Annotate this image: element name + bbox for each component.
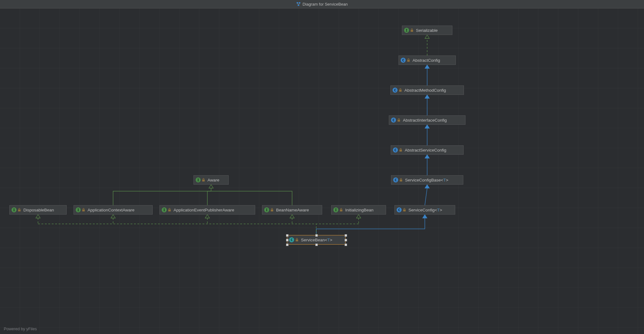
svg-rect-17 bbox=[407, 60, 410, 62]
svg-marker-7 bbox=[425, 155, 429, 158]
svg-marker-3 bbox=[425, 35, 429, 38]
node-serviceBean[interactable]: CServiceBean<T> bbox=[287, 235, 346, 244]
node-label: BeanNameAware bbox=[276, 208, 309, 212]
lock-icon bbox=[168, 208, 171, 212]
svg-marker-14 bbox=[290, 215, 294, 218]
node-label: AbstractConfig bbox=[413, 58, 440, 63]
svg-rect-20 bbox=[399, 150, 402, 152]
page-title: Diagram for ServiceBean bbox=[303, 2, 348, 7]
node-label: ServiceConfig<T> bbox=[408, 208, 442, 212]
class-icon: C bbox=[393, 177, 398, 182]
node-abstractConfig[interactable]: CAbstractConfig bbox=[398, 56, 456, 65]
svg-marker-8 bbox=[425, 185, 429, 188]
lock-icon bbox=[202, 178, 205, 182]
node-applicationEventPublisherAware[interactable]: IApplicationEventPublisherAware bbox=[160, 205, 255, 215]
selection-handle[interactable] bbox=[315, 234, 318, 237]
svg-rect-26 bbox=[271, 210, 273, 211]
class-icon: C bbox=[391, 118, 396, 123]
selection-handle[interactable] bbox=[315, 244, 318, 246]
node-serviceConfigBase[interactable]: CServiceConfigBase<T> bbox=[391, 175, 463, 185]
interface-icon: I bbox=[162, 207, 167, 212]
lock-icon bbox=[397, 118, 400, 122]
node-label: ServiceConfigBase<T> bbox=[405, 178, 448, 182]
svg-rect-22 bbox=[202, 180, 205, 182]
svg-marker-6 bbox=[425, 125, 429, 128]
node-label: ApplicationEventPublisherAware bbox=[174, 208, 234, 212]
interface-icon: I bbox=[12, 207, 17, 212]
node-initializingBean[interactable]: IInitializingBean bbox=[331, 205, 386, 215]
node-label: AbstractMethodConfig bbox=[404, 88, 446, 93]
node-serializable[interactable]: ISerializable bbox=[402, 26, 452, 35]
svg-marker-5 bbox=[425, 95, 429, 98]
lock-icon bbox=[82, 208, 85, 212]
svg-marker-9 bbox=[209, 185, 213, 188]
lock-icon bbox=[410, 28, 413, 32]
selection-handle[interactable] bbox=[286, 239, 289, 241]
node-label: AbstractServiceConfig bbox=[405, 148, 446, 152]
svg-rect-29 bbox=[296, 240, 298, 241]
interface-icon: I bbox=[76, 207, 81, 212]
svg-marker-15 bbox=[356, 215, 361, 218]
svg-rect-0 bbox=[297, 2, 298, 3]
interface-icon: I bbox=[264, 207, 269, 212]
svg-marker-11 bbox=[36, 215, 40, 218]
class-icon: C bbox=[289, 237, 294, 242]
diagram-canvas[interactable]: Powered by yFiles ISerializableCAbstract… bbox=[0, 8, 644, 334]
node-disposableBean[interactable]: IDisposableBean bbox=[9, 205, 67, 215]
node-abstractMethodConfig[interactable]: CAbstractMethodConfig bbox=[390, 85, 464, 95]
interface-icon: I bbox=[333, 207, 338, 212]
node-label: DisposableBean bbox=[23, 208, 54, 212]
selection-handle[interactable] bbox=[286, 244, 289, 246]
lock-icon bbox=[399, 178, 403, 182]
svg-rect-28 bbox=[403, 210, 406, 211]
svg-rect-19 bbox=[398, 120, 400, 122]
diagram-icon bbox=[296, 2, 301, 6]
class-icon: C bbox=[397, 207, 402, 212]
node-label: Aware bbox=[208, 178, 219, 182]
node-label: InitializingBean bbox=[345, 208, 374, 212]
lock-icon bbox=[270, 208, 274, 212]
svg-marker-4 bbox=[425, 65, 429, 68]
svg-rect-21 bbox=[400, 180, 402, 182]
edges-layer bbox=[0, 8, 644, 334]
selection-handle[interactable] bbox=[286, 234, 289, 237]
svg-marker-10 bbox=[423, 215, 427, 218]
node-abstractServiceConfig[interactable]: CAbstractServiceConfig bbox=[391, 145, 464, 155]
interface-icon: I bbox=[404, 28, 409, 33]
selection-handle[interactable] bbox=[345, 234, 347, 237]
node-serviceConfig[interactable]: CServiceConfig<T> bbox=[394, 205, 455, 215]
node-label: ServiceBean<T> bbox=[301, 238, 332, 242]
lock-icon bbox=[403, 208, 406, 212]
lock-icon bbox=[18, 208, 21, 212]
title-bar: Diagram for ServiceBean bbox=[0, 0, 644, 8]
lock-icon bbox=[407, 58, 410, 62]
node-label: ApplicationContextAware bbox=[88, 208, 135, 212]
svg-rect-18 bbox=[399, 90, 402, 92]
svg-rect-25 bbox=[168, 210, 171, 211]
svg-marker-12 bbox=[111, 215, 115, 218]
node-aware[interactable]: IAware bbox=[193, 175, 229, 185]
selection-handle[interactable] bbox=[345, 239, 347, 241]
node-abstractInterfaceConfig[interactable]: CAbstractInterfaceConfig bbox=[389, 115, 465, 125]
powered-by-label: Powered by yFiles bbox=[4, 327, 37, 331]
svg-rect-2 bbox=[298, 5, 299, 6]
svg-rect-27 bbox=[340, 210, 342, 211]
lock-icon bbox=[295, 238, 298, 242]
lock-icon bbox=[399, 148, 402, 152]
svg-rect-23 bbox=[18, 210, 21, 211]
svg-rect-24 bbox=[82, 210, 85, 211]
svg-rect-16 bbox=[411, 30, 413, 32]
node-label: Serializable bbox=[416, 28, 438, 33]
node-label: AbstractInterfaceConfig bbox=[403, 118, 447, 123]
interface-icon: I bbox=[196, 177, 201, 182]
node-beanNameAware[interactable]: IBeanNameAware bbox=[262, 205, 322, 215]
class-icon: C bbox=[393, 148, 398, 152]
node-applicationContextAware[interactable]: IApplicationContextAware bbox=[74, 205, 153, 215]
selection-handle[interactable] bbox=[345, 244, 347, 246]
lock-icon bbox=[399, 88, 402, 92]
svg-rect-1 bbox=[299, 2, 300, 3]
class-icon: C bbox=[401, 58, 406, 63]
class-icon: C bbox=[393, 88, 398, 93]
lock-icon bbox=[340, 208, 343, 212]
svg-marker-13 bbox=[205, 215, 210, 218]
